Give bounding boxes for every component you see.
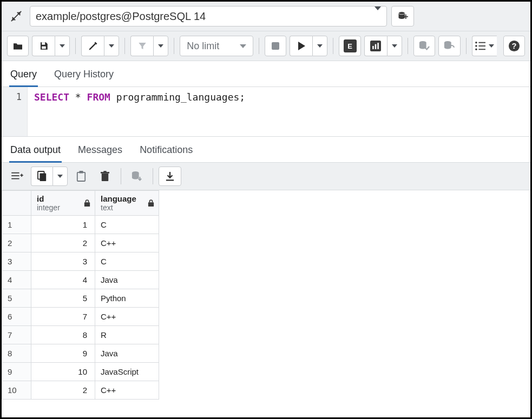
explain-analyze-button[interactable] (364, 36, 387, 56)
table-row[interactable]: 11C (2, 216, 159, 234)
table-row[interactable]: 102C++ (2, 381, 159, 400)
column-header-language[interactable]: language text (95, 191, 159, 216)
save-data-button[interactable] (127, 167, 147, 186)
cell-id[interactable]: 2 (31, 234, 95, 252)
cell-id[interactable]: 10 (31, 363, 95, 381)
svg-rect-32 (102, 174, 108, 181)
cell-language[interactable]: Java (95, 271, 159, 289)
edit-dropdown[interactable] (104, 36, 119, 56)
editor-code: SELECT * FROM programming_languages; (28, 87, 252, 136)
svg-rect-23 (11, 172, 19, 174)
svg-rect-10 (372, 46, 374, 49)
tab-query[interactable]: Query (9, 65, 38, 87)
row-number: 3 (2, 252, 31, 271)
database-check-icon (418, 41, 430, 51)
stop-button[interactable] (265, 36, 286, 56)
cell-id[interactable]: 9 (31, 344, 95, 363)
copy-dropdown[interactable] (52, 167, 68, 186)
cell-id[interactable]: 2 (31, 381, 95, 400)
svg-rect-27 (21, 174, 22, 177)
paste-button[interactable] (71, 167, 91, 186)
svg-rect-16 (479, 42, 486, 43)
table-row[interactable]: 33C (2, 252, 159, 271)
table-row[interactable]: 910JavaScript (2, 363, 159, 381)
explain-button[interactable]: E (339, 36, 360, 56)
connection-select[interactable]: example/postgres@PostgreSQL 14 (30, 6, 387, 26)
edit-button[interactable] (81, 36, 104, 56)
rollback-button[interactable] (438, 36, 460, 56)
open-file-button[interactable] (7, 36, 29, 56)
svg-rect-36 (166, 179, 174, 181)
save-button[interactable] (32, 36, 55, 56)
svg-rect-5 (405, 15, 406, 19)
help-button[interactable]: ? (503, 36, 525, 56)
table-row[interactable]: 55Python (2, 289, 159, 308)
chevron-down-icon (57, 175, 63, 178)
cell-language[interactable]: C++ (95, 234, 159, 252)
chevron-down-icon (240, 44, 246, 48)
cell-language[interactable]: JavaScript (95, 363, 159, 381)
bar-chart-icon (370, 41, 381, 51)
cell-id[interactable]: 7 (31, 308, 95, 326)
chevron-down-icon (109, 44, 114, 48)
execute-button-split (290, 36, 327, 56)
cell-id[interactable]: 1 (31, 216, 95, 234)
execute-button[interactable] (290, 36, 312, 56)
cell-id[interactable]: 8 (31, 326, 95, 344)
table-row[interactable]: 44Java (2, 271, 159, 289)
rows-plus-icon (11, 171, 23, 181)
cell-language[interactable]: R (95, 326, 159, 344)
cell-language[interactable]: C (95, 252, 159, 271)
save-dropdown[interactable] (55, 36, 70, 56)
cell-language[interactable]: Python (95, 289, 159, 308)
copy-button[interactable] (31, 167, 52, 186)
commit-button[interactable] (413, 36, 435, 56)
chevron-down-icon (158, 44, 163, 48)
explain-analyze-dropdown[interactable] (387, 36, 402, 56)
macros-button-split (472, 36, 497, 56)
cell-id[interactable]: 3 (31, 252, 95, 271)
column-header-id[interactable]: id integer (31, 191, 95, 216)
separator (466, 38, 467, 54)
filter-button-split (130, 36, 168, 56)
filter-dropdown[interactable] (153, 36, 168, 56)
new-connection-button[interactable] (391, 6, 414, 26)
line-number: 1 (2, 91, 22, 102)
table-row[interactable]: 22C++ (2, 234, 159, 252)
cell-language[interactable]: C++ (95, 308, 159, 326)
row-number: 7 (2, 326, 31, 344)
editor-gutter: 1 (2, 87, 28, 136)
cell-language[interactable]: Java (95, 344, 159, 363)
results-grid-wrap[interactable]: id integer language text 11 (2, 190, 530, 417)
row-number: 6 (2, 308, 31, 326)
cell-language[interactable]: C (95, 216, 159, 234)
table-row[interactable]: 89Java (2, 344, 159, 363)
results-grid: id integer language text 11 (2, 190, 159, 400)
svg-rect-28 (40, 174, 46, 181)
cell-id[interactable]: 4 (31, 271, 95, 289)
tab-messages[interactable]: Messages (77, 141, 123, 162)
download-button[interactable] (159, 167, 181, 186)
trash-icon (101, 171, 109, 182)
pencil-icon (88, 41, 98, 51)
row-limit-select[interactable]: No limit (180, 36, 253, 56)
table-row[interactable]: 67C++ (2, 308, 159, 326)
macros-button[interactable] (472, 36, 497, 56)
cell-language[interactable]: C++ (95, 381, 159, 400)
sql-editor[interactable]: 1 SELECT * FROM programming_languages; (2, 87, 530, 137)
table-row[interactable]: 78R (2, 326, 159, 344)
svg-rect-8 (272, 42, 279, 50)
stop-icon (272, 42, 279, 50)
tab-notifications[interactable]: Notifications (139, 141, 194, 162)
execute-dropdown[interactable] (312, 36, 327, 56)
filter-button[interactable] (130, 36, 153, 56)
tab-query-history[interactable]: Query History (53, 65, 115, 87)
database-save-icon (131, 171, 143, 182)
add-row-button[interactable] (7, 167, 28, 186)
editor-tabs: Query Query History (2, 61, 530, 87)
svg-text:?: ? (511, 42, 516, 50)
separator (333, 38, 333, 54)
cell-id[interactable]: 5 (31, 289, 95, 308)
tab-data-output[interactable]: Data output (9, 141, 62, 163)
delete-row-button[interactable] (95, 167, 115, 186)
